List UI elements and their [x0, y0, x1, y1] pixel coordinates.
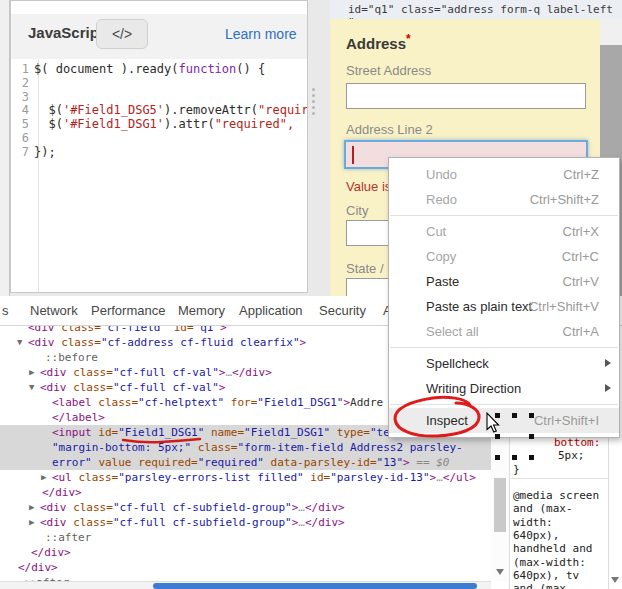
- tree-row[interactable]: ▶<div class="cf-full cf-subfield-group">…: [0, 515, 491, 530]
- tree-row[interactable]: ▶<div class="cf-full cf-subfield-group">…: [0, 500, 491, 515]
- menu-item-redo: RedoCtrl+Shift+Z: [389, 187, 619, 212]
- menu-item-select-all: Select allCtrl+A: [389, 319, 619, 344]
- tree-row[interactable]: </div>: [0, 485, 491, 500]
- devtools-tab-application[interactable]: Application: [239, 303, 303, 318]
- menu-item-spellcheck[interactable]: Spellcheck: [389, 351, 619, 376]
- line-number-gutter: 1234567: [11, 63, 29, 160]
- tree-row[interactable]: ▶<ul class="parsley-errors-list filled" …: [0, 470, 491, 485]
- street-address-label: Street Address: [346, 63, 431, 78]
- code-line: [34, 132, 307, 146]
- media-query-line: 640px),: [513, 529, 559, 542]
- text-caret: [352, 146, 354, 164]
- street-address-input[interactable]: [346, 83, 586, 109]
- menu-item-undo: UndoCtrl+Z: [389, 162, 619, 187]
- menu-item-copy: CopyCtrl+C: [389, 244, 619, 269]
- scrollbar-thumb[interactable]: [494, 478, 506, 532]
- left-scroll-strip: [0, 0, 10, 296]
- line-number: 7: [11, 146, 29, 160]
- devtools-tab-network[interactable]: Network: [30, 303, 78, 318]
- code-line: [34, 77, 307, 91]
- line-number: 6: [11, 132, 29, 146]
- scroll-down-arrow-icon[interactable]: [496, 569, 504, 575]
- tree-row[interactable]: "margin-bottom: 5px;" class="form-item-f…: [0, 440, 491, 455]
- menu-separator: [390, 347, 618, 348]
- code-lines: $( document ).ready(function() { $('#Fie…: [34, 63, 307, 160]
- style-declaration: 5px;: [558, 449, 585, 462]
- media-query-line: 640px), tv: [513, 569, 579, 582]
- devtools-tab-s[interactable]: s: [2, 303, 9, 318]
- line-number: 4: [11, 104, 29, 118]
- code-line: [34, 91, 307, 105]
- menu-separator: [390, 404, 618, 405]
- address-line2-label: Address Line 2: [346, 122, 433, 137]
- code-line: $( document ).ready(function() {: [34, 63, 307, 77]
- tree-row[interactable]: </div>: [0, 560, 491, 575]
- screenshot-stage: JavaScript </> Learn more 1234567 $( doc…: [0, 0, 622, 589]
- code-icon: </>: [112, 26, 132, 42]
- scroll-down-arrow-icon[interactable]: [611, 577, 619, 583]
- submenu-arrow-icon: [605, 384, 611, 392]
- menu-item-paste-as-plain-text[interactable]: Paste as plain textCtrl+Shift+V: [389, 294, 619, 319]
- devtools-tab-memory[interactable]: Memory: [178, 303, 225, 318]
- inspect-tooltip-bar: id="q1" class="address form-q label-left…: [330, 0, 622, 20]
- tree-row[interactable]: </div>: [0, 545, 491, 560]
- line-number: 2: [11, 77, 29, 91]
- required-asterisk: *: [406, 32, 411, 46]
- code-line: $('#Field1_DSG1').attr("required",: [34, 118, 307, 132]
- editor-header: JavaScript </> Learn more: [11, 14, 307, 59]
- devtools-tab-security[interactable]: Security: [319, 303, 366, 318]
- code-line: });: [34, 146, 307, 160]
- menu-item-cut: CutCtrl+X: [389, 219, 619, 244]
- menu-separator: [390, 215, 618, 216]
- city-label: City: [346, 203, 368, 218]
- state-label: State /: [346, 261, 384, 276]
- code-editor-panel: JavaScript </> Learn more 1234567 $( doc…: [10, 0, 308, 293]
- code-line: $('#Field1_DSG5').removeAttr("requir: [34, 104, 307, 118]
- style-declaration: }: [513, 463, 520, 476]
- editor-title: JavaScript: [28, 24, 104, 41]
- media-query-line: and (max: [513, 582, 566, 589]
- submenu-arrow-icon: [605, 359, 611, 367]
- media-query-line: handheld and: [513, 542, 592, 555]
- line-number: 5: [11, 118, 29, 132]
- media-query-line: and (max-: [513, 502, 573, 515]
- line-number: 1: [11, 63, 29, 77]
- context-menu: UndoCtrl+ZRedoCtrl+Shift+ZCutCtrl+XCopyC…: [388, 157, 620, 438]
- code-area[interactable]: 1234567 $( document ).ready(function() {…: [11, 59, 307, 292]
- code-toggle-button[interactable]: </>: [96, 19, 148, 49]
- horizontal-scrollbar[interactable]: [0, 581, 491, 589]
- media-query-line: @media screen: [513, 489, 599, 502]
- media-query-line: (max-width:: [513, 556, 586, 569]
- media-query-line: width:: [513, 516, 553, 529]
- tree-row[interactable]: error" value required="required" data-pa…: [0, 455, 491, 470]
- menu-item-paste[interactable]: PasteCtrl+V: [389, 269, 619, 294]
- menu-item-inspect[interactable]: InspectCtrl+Shift+I: [389, 408, 619, 433]
- tree-row[interactable]: ::after: [0, 530, 491, 545]
- form-field-title: Address*: [346, 32, 411, 52]
- preview-gutter-light: [600, 19, 622, 45]
- validation-error-text: Value is: [346, 179, 391, 194]
- learn-more-link[interactable]: Learn more: [225, 26, 297, 42]
- devtools-tab-performance[interactable]: Performance: [91, 303, 165, 318]
- horizontal-scrollbar-thumb[interactable]: [153, 583, 477, 589]
- line-number: 3: [11, 91, 29, 105]
- menu-item-writing-direction[interactable]: Writing Direction: [389, 376, 619, 401]
- editor-top-strip: [11, 1, 307, 15]
- panel-resize-handle-icon[interactable]: [312, 88, 315, 115]
- rule-separator: [511, 478, 608, 479]
